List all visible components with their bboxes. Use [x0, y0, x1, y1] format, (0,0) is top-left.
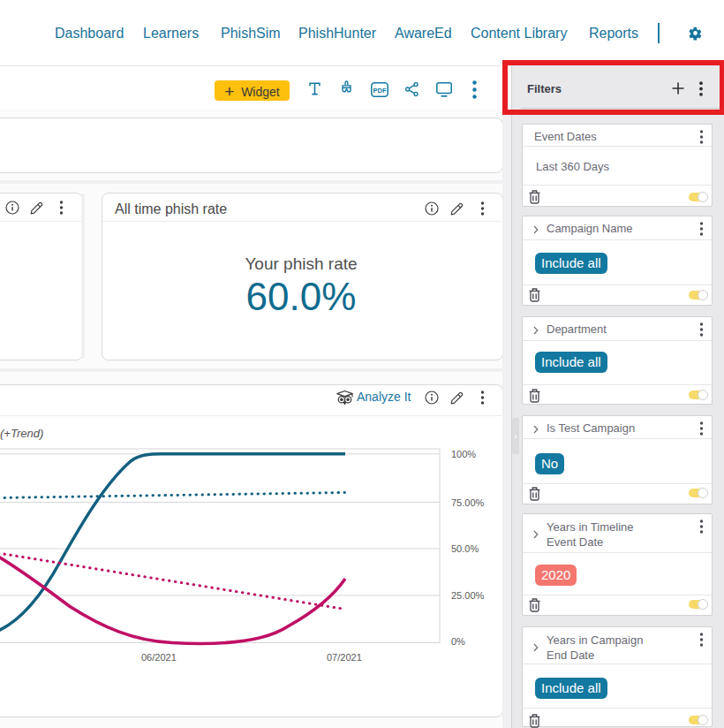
svg-text:PDF: PDF: [373, 87, 387, 95]
